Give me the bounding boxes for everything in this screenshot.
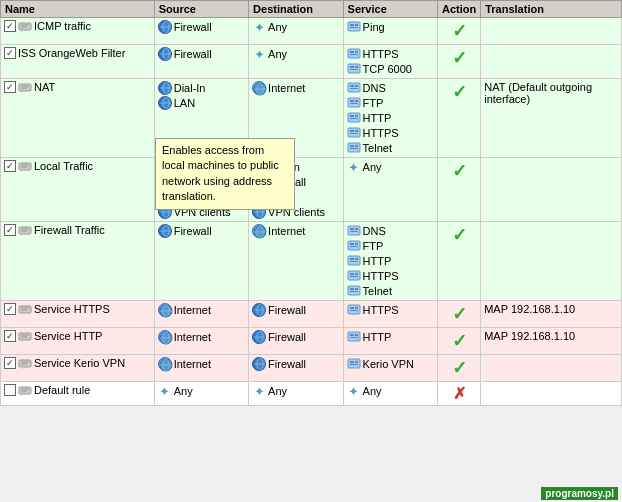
source-cell: Internet (154, 301, 248, 328)
name-cell: Default rule (1, 382, 155, 406)
svg-rect-8 (350, 24, 354, 26)
action-cell: ✓ (437, 45, 480, 79)
table-row[interactable]: ✓Service Kerio VPNInternetFirewallKerio … (1, 355, 622, 382)
allow-icon: ✓ (452, 304, 467, 324)
svg-rect-0 (19, 23, 31, 30)
svg-rect-10 (350, 27, 358, 28)
row-checkbox[interactable]: ✓ (4, 330, 16, 342)
action-cell: ✓ (437, 355, 480, 382)
svg-marker-1 (21, 30, 24, 32)
translation-cell (481, 222, 622, 301)
svg-marker-128 (21, 340, 24, 342)
translation-cell (481, 45, 622, 79)
svg-rect-17 (350, 54, 358, 55)
svg-rect-9 (355, 24, 358, 26)
table-row[interactable]: ✓NATDial-InLANInternetDNSFTPHTTPHTTPSTel… (1, 79, 622, 158)
svg-marker-84 (21, 234, 24, 236)
row-name-label: Service Kerio VPN (34, 357, 125, 369)
row-checkbox[interactable]: ✓ (4, 20, 16, 32)
row-name-label: Firewall Traffic (34, 224, 105, 236)
row-name-label: ICMP traffic (34, 20, 91, 32)
table-row[interactable]: Default rule✦Any✦Any✦Any✗ (1, 382, 622, 406)
table-row[interactable]: ✓Local TrafficDial-InFirewallLANVPN clie… (1, 158, 622, 222)
svg-rect-140 (350, 337, 358, 338)
svg-rect-127 (19, 333, 31, 340)
svg-rect-98 (350, 243, 354, 245)
svg-rect-107 (355, 273, 358, 275)
row-checkbox[interactable] (4, 384, 16, 396)
action-cell: ✓ (437, 301, 480, 328)
allow-icon: ✓ (452, 331, 467, 351)
svg-rect-40 (350, 100, 354, 102)
destination-cell: Internet (249, 222, 344, 301)
row-checkbox[interactable]: ✓ (4, 47, 16, 59)
table-row[interactable]: ✓ISS OrangeWeb FilterFirewall✦AnyHTTPSTC… (1, 45, 622, 79)
table-row[interactable]: ✓Service HTTPSInternetFirewallHTTPS✓MAP … (1, 301, 622, 328)
service-cell: ✦Any (343, 382, 437, 406)
allow-icon: ✓ (452, 82, 467, 102)
translation-cell (481, 382, 622, 406)
svg-rect-18 (348, 64, 360, 73)
svg-rect-110 (350, 288, 354, 290)
table-row[interactable]: ✓Service HTTPInternetFirewallHTTP✓MAP 19… (1, 328, 622, 355)
svg-rect-137 (348, 332, 360, 341)
svg-rect-138 (350, 334, 354, 336)
svg-rect-108 (350, 276, 358, 277)
svg-rect-15 (350, 51, 354, 53)
comment-icon (18, 226, 32, 236)
svg-rect-19 (350, 66, 354, 68)
svg-rect-39 (348, 98, 360, 107)
row-name-label: Local Traffic (34, 160, 93, 172)
row-name-label: Service HTTPS (34, 303, 110, 315)
svg-rect-20 (355, 66, 358, 68)
row-checkbox[interactable]: ✓ (4, 81, 16, 93)
deny-icon: ✗ (453, 385, 466, 402)
svg-rect-36 (350, 85, 354, 87)
svg-rect-94 (350, 228, 354, 230)
svg-rect-55 (19, 163, 31, 170)
translation-cell: MAP 192.168.1.10 (481, 301, 622, 328)
row-checkbox[interactable]: ✓ (4, 224, 16, 236)
firewall-rules-table: Name Source Destination Service Action T… (0, 0, 622, 406)
col-header-service: Service (343, 1, 437, 18)
comment-icon (18, 83, 32, 93)
destination-cell: Firewall (249, 301, 344, 328)
row-name-label: NAT (34, 81, 55, 93)
svg-rect-126 (350, 310, 358, 311)
name-cell: ✓Service HTTP (1, 328, 155, 355)
service-cell: DNSFTPHTTPHTTPSTelnet (343, 222, 437, 301)
allow-icon: ✓ (452, 161, 467, 181)
row-checkbox[interactable]: ✓ (4, 303, 16, 315)
destination-cell: ✦Any (249, 45, 344, 79)
svg-rect-125 (355, 307, 358, 309)
allow-icon: ✓ (452, 358, 467, 378)
action-cell: ✗ (437, 382, 480, 406)
table-row[interactable]: ✓ICMP trafficFirewall✦AnyPing✓ (1, 18, 622, 45)
svg-rect-50 (350, 133, 358, 134)
destination-cell: ✦Any (249, 382, 344, 406)
svg-rect-51 (348, 143, 360, 152)
svg-rect-111 (355, 288, 358, 290)
svg-rect-46 (350, 118, 358, 119)
allow-icon: ✓ (452, 48, 467, 68)
row-checkbox[interactable]: ✓ (4, 357, 16, 369)
svg-rect-83 (19, 227, 31, 234)
name-cell: ✓Firewall Traffic (1, 222, 155, 301)
svg-rect-7 (348, 22, 360, 31)
svg-rect-104 (350, 261, 358, 262)
name-cell: ✓Local Traffic (1, 158, 155, 222)
svg-rect-102 (350, 258, 354, 260)
svg-rect-141 (19, 360, 31, 367)
svg-marker-142 (21, 367, 24, 369)
svg-rect-93 (348, 226, 360, 235)
svg-rect-124 (350, 307, 354, 309)
service-cell: ✦Any (343, 158, 437, 222)
svg-rect-151 (348, 359, 360, 368)
nat-tooltip: Enables access from local machines to pu… (155, 138, 295, 210)
svg-marker-114 (21, 313, 24, 315)
translation-cell (481, 355, 622, 382)
svg-rect-49 (355, 130, 358, 132)
row-checkbox[interactable]: ✓ (4, 160, 16, 172)
table-row[interactable]: ✓Firewall TrafficFirewallInternetDNSFTPH… (1, 222, 622, 301)
svg-rect-52 (350, 145, 354, 147)
